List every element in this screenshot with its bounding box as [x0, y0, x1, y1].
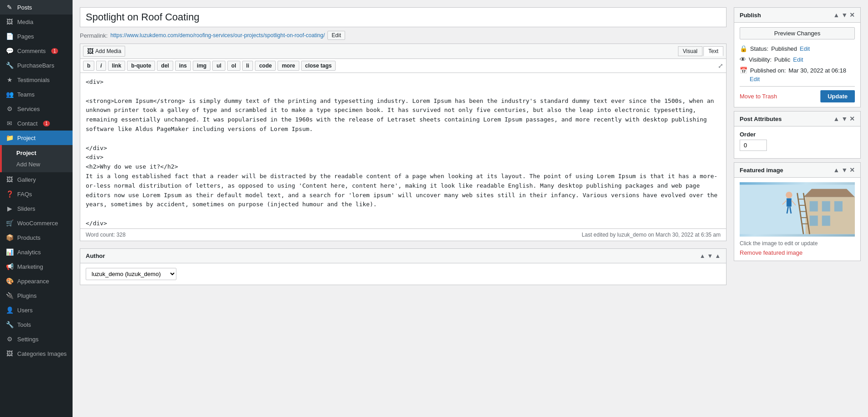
sidebar-item-tools[interactable]: 🔧 Tools: [0, 317, 73, 332]
permalink-edit-button[interactable]: Edit: [327, 31, 345, 40]
sidebar-item-faqs[interactable]: ❓ FAQs: [0, 187, 73, 201]
expand-icon[interactable]: ⤢: [718, 62, 723, 69]
sidebar-item-products[interactable]: 📦 Products: [0, 230, 73, 245]
svg-rect-4: [834, 201, 843, 212]
publish-close-icon[interactable]: ✕: [849, 11, 855, 19]
sidebar-item-analytics[interactable]: 📊 Analytics: [0, 245, 73, 259]
featured-img-close-icon[interactable]: ✕: [849, 166, 855, 174]
bold-button[interactable]: b: [83, 61, 94, 71]
post-content-textarea[interactable]: [80, 73, 726, 227]
publish-down-icon[interactable]: ▼: [841, 11, 848, 19]
sidebar-item-testimonials[interactable]: ★ Testimonials: [0, 73, 73, 87]
post-attr-down-icon[interactable]: ▼: [841, 115, 848, 122]
plugins-icon: 🔌: [5, 292, 14, 299]
more-button[interactable]: more: [278, 61, 299, 71]
sidebar-item-label: Gallery: [17, 176, 36, 183]
sidebar-item-project[interactable]: 📁 Project: [0, 131, 73, 145]
li-button[interactable]: li: [242, 61, 254, 71]
visual-tab[interactable]: Visual: [678, 46, 702, 56]
post-attr-close-icon[interactable]: ✕: [849, 115, 855, 122]
sidebar-subitem-project[interactable]: Project: [16, 147, 73, 159]
sidebar-item-services[interactable]: ⚙ Services: [0, 102, 73, 116]
link-button[interactable]: link: [108, 61, 126, 71]
sidebar-item-label: Categories Images: [17, 350, 67, 357]
editor-toolbar-area: 🖼 Add Media Visual Text b i link b-quote…: [80, 44, 727, 241]
format-toolbar: b i link b-quote del ins img ul ol li co…: [80, 59, 726, 73]
project-icon: 📁: [5, 134, 14, 141]
sidebar-item-label: Media: [17, 19, 33, 25]
published-edit-link[interactable]: Edit: [750, 76, 760, 82]
author-collapse-full[interactable]: ▲: [715, 252, 721, 259]
sidebar-item-label: Contact: [17, 120, 38, 127]
update-button[interactable]: Update: [820, 90, 855, 102]
publish-up-icon[interactable]: ▲: [833, 11, 839, 19]
add-media-label: Add Media: [95, 48, 121, 54]
sidebar-item-sliders[interactable]: ▶ Sliders: [0, 201, 73, 216]
author-select[interactable]: luzuk_demo (luzuk_demo): [86, 268, 176, 280]
sidebar-item-woocommerce[interactable]: 🛒 WooCommerce: [0, 216, 73, 230]
post-attributes-label: Post Attributes: [740, 116, 782, 122]
publish-title-label: Publish: [740, 12, 761, 19]
sidebar-item-appearance[interactable]: 🎨 Appearance: [0, 274, 73, 288]
visibility-edit-link[interactable]: Edit: [793, 56, 803, 63]
sidebar-item-label: Analytics: [17, 249, 41, 256]
main-content: Permalink: https://www.luzukdemo.com/dem…: [73, 0, 868, 417]
sidebar-subitem-add-new[interactable]: Add New: [16, 159, 73, 170]
post-attr-up-icon[interactable]: ▲: [833, 115, 839, 122]
post-title-input[interactable]: [80, 7, 727, 27]
sidebar-item-plugins[interactable]: 🔌 Plugins: [0, 288, 73, 303]
preview-changes-button[interactable]: Preview Changes: [740, 27, 855, 39]
order-input[interactable]: [740, 140, 767, 151]
svg-rect-3: [822, 201, 830, 212]
word-count-bar: Word count: 328 Last edited by luzuk_dem…: [80, 228, 726, 241]
ins-button[interactable]: ins: [175, 61, 191, 71]
code-button[interactable]: code: [255, 61, 276, 71]
permalink-bar: Permalink: https://www.luzukdemo.com/dem…: [80, 31, 727, 40]
author-collapse-up[interactable]: ▲: [699, 252, 705, 259]
close-tags-button[interactable]: close tags: [301, 61, 336, 71]
sidebar-item-teams[interactable]: 👥 Teams: [0, 87, 73, 102]
blockquote-button[interactable]: b-quote: [127, 61, 155, 71]
svg-rect-6: [822, 216, 830, 226]
editor-column: Permalink: https://www.luzukdemo.com/dem…: [80, 7, 727, 410]
sidebar-item-purchasebars[interactable]: 🔧 PurchaseBars: [0, 58, 73, 73]
author-collapse-down[interactable]: ▼: [707, 252, 713, 259]
sidebar-item-comments[interactable]: 💬 Comments 1: [0, 44, 73, 58]
featured-image-thumbnail[interactable]: [740, 182, 855, 237]
tools-icon: 🔧: [5, 321, 14, 328]
publish-actions: Move to Trash Update: [740, 86, 855, 102]
status-edit-link[interactable]: Edit: [800, 45, 810, 52]
sidebar-item-settings[interactable]: ⚙ Settings: [0, 332, 73, 346]
featured-img-down-icon[interactable]: ▼: [841, 166, 848, 174]
sidebar-item-label: PurchaseBars: [17, 62, 54, 69]
sidebar-item-label: Products: [17, 234, 40, 241]
sidebar-item-categories-images[interactable]: 🖼 Categories Images: [0, 346, 73, 361]
text-tab[interactable]: Text: [703, 46, 723, 56]
published-value: Mar 30, 2022 at 06:18: [789, 67, 846, 74]
add-media-button[interactable]: 🖼 Add Media: [83, 46, 125, 57]
remove-featured-image-link[interactable]: Remove featured image: [740, 249, 803, 256]
sidebar-item-media[interactable]: 🖼 Media: [0, 15, 73, 29]
move-to-trash-link[interactable]: Move to Trash: [740, 93, 777, 100]
ol-button[interactable]: ol: [227, 61, 240, 71]
purchasebars-icon: 🔧: [5, 62, 14, 69]
sidebar-item-gallery[interactable]: 🖼 Gallery: [0, 172, 73, 187]
ul-button[interactable]: ul: [212, 61, 225, 71]
sidebar-item-marketing[interactable]: 📢 Marketing: [0, 259, 73, 274]
sidebar-item-users[interactable]: 👤 Users: [0, 303, 73, 317]
featured-image-controls: ▲ ▼ ✕: [833, 166, 855, 174]
sidebar-item-posts[interactable]: ✎ Posts: [0, 0, 73, 15]
sidebar-item-label: Testimonials: [17, 77, 50, 83]
italic-button[interactable]: i: [96, 61, 106, 71]
featured-img-up-icon[interactable]: ▲: [833, 166, 839, 174]
featured-image-content: Click the image to edit or update Remove…: [734, 178, 860, 261]
contact-badge: 1: [43, 121, 50, 126]
del-button[interactable]: del: [157, 61, 173, 71]
sidebar-item-pages[interactable]: 📄 Pages: [0, 29, 73, 44]
permalink-url[interactable]: https://www.luzukdemo.com/demo/roofing-s…: [110, 32, 325, 39]
status-icon: 🔒: [740, 45, 747, 52]
testimonials-icon: ★: [5, 76, 14, 83]
media-icon: 🖼: [5, 18, 14, 25]
img-button[interactable]: img: [193, 61, 210, 71]
sidebar-item-contact[interactable]: ✉ Contact 1: [0, 116, 73, 131]
